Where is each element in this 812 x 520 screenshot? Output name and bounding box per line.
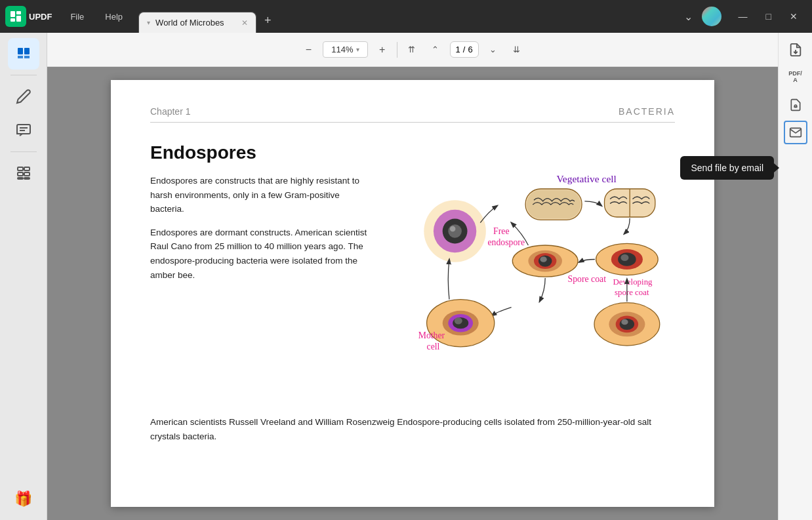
svg-rect-4 <box>18 48 23 54</box>
doc-para-1: Endospores are constructs that are highl… <box>150 174 373 216</box>
pdf-a-label: PDF/A <box>788 71 802 84</box>
nav-first-button[interactable]: ⇈ <box>403 41 421 59</box>
svg-point-50 <box>455 317 462 324</box>
convert-right-button[interactable] <box>784 38 807 62</box>
svg-rect-5 <box>24 48 30 54</box>
titlebar-right: ⌄ — □ ✕ <box>678 7 812 27</box>
nav-last-button[interactable]: ⇊ <box>508 41 526 59</box>
svg-text:Spore coat: Spore coat <box>568 274 607 284</box>
page-separator: / <box>463 45 466 54</box>
doc-text: Endospores Endospores are constructs tha… <box>150 142 373 405</box>
app-name: UPDF <box>29 12 52 22</box>
edit-icon-svg <box>16 89 31 104</box>
page-input-display: 1 / 6 <box>450 41 479 58</box>
doc-area[interactable]: Chapter 1 BACTERIA Endospores Endospores… <box>47 67 778 520</box>
svg-rect-18 <box>24 178 30 179</box>
sidebar-organize[interactable] <box>8 157 39 189</box>
protect-right-button[interactable] <box>784 93 807 117</box>
svg-point-58 <box>621 319 628 325</box>
svg-rect-16 <box>24 172 30 176</box>
logo-icon <box>5 6 26 27</box>
zoom-dropdown-icon: ▾ <box>356 46 359 53</box>
section-label: BACTERIA <box>619 106 675 117</box>
sidebar-divider-1 <box>10 75 37 75</box>
toolbar-center: − 114% ▾ + ⇈ ⌃ 1 / 6 ⌄ ⇊ <box>299 41 525 59</box>
right-sidebar: PDF/A Send file by email <box>778 33 812 520</box>
tabs-area: ▾ World of Microbes ✕ + <box>138 0 279 33</box>
svg-text:Developing: Developing <box>613 277 653 287</box>
svg-text:Mother: Mother <box>418 330 445 340</box>
doc-title: Endospores <box>150 142 373 163</box>
doc-content: Endospores Endospores are constructs tha… <box>150 142 675 405</box>
svg-rect-2 <box>10 18 15 22</box>
pdf-a-right-button[interactable]: PDF/A <box>784 66 807 89</box>
doc-page: Chapter 1 BACTERIA Endospores Endospores… <box>111 80 714 507</box>
svg-point-23 <box>450 226 456 232</box>
page-total: 6 <box>468 45 472 54</box>
doc-para-3: American scientists Russell Vreeland and… <box>150 415 675 443</box>
window-controls: — □ ✕ <box>729 7 807 26</box>
nav-prev-button[interactable]: ⌃ <box>426 41 445 59</box>
svg-rect-0 <box>10 11 15 17</box>
toolbar: − 114% ▾ + ⇈ ⌃ 1 / 6 ⌄ ⇊ <box>47 33 778 67</box>
organize-icon-svg <box>16 165 31 181</box>
comment-icon-svg <box>16 123 31 138</box>
titlebar-menu: File Help <box>60 8 133 26</box>
sidebar-bottom: 🎁 <box>8 483 39 515</box>
svg-rect-13 <box>18 167 23 170</box>
new-tab-button[interactable]: + <box>256 9 279 33</box>
zoom-display[interactable]: 114% ▾ <box>323 41 367 58</box>
tab-world-of-microbes[interactable]: ▾ World of Microbes ✕ <box>138 12 256 33</box>
sidebar-comment[interactable] <box>8 115 39 146</box>
svg-rect-15 <box>18 172 23 176</box>
close-button[interactable]: ✕ <box>781 7 807 26</box>
tabs-dropdown-button[interactable]: ⌄ <box>678 7 699 27</box>
svg-point-35 <box>620 254 628 261</box>
minimize-button[interactable]: — <box>729 7 757 26</box>
convert-icon-svg <box>788 43 803 57</box>
center-panel: − 114% ▾ + ⇈ ⌃ 1 / 6 ⌄ ⇊ <box>47 33 778 520</box>
zoom-out-button[interactable]: − <box>299 41 317 59</box>
endospore-diagram: Vegetative cell <box>393 142 675 405</box>
zoom-in-button[interactable]: + <box>373 41 392 59</box>
nav-next-button[interactable]: ⌄ <box>484 41 502 59</box>
logo-svg <box>9 10 22 23</box>
svg-text:cell: cell <box>427 342 440 351</box>
svg-rect-1 <box>16 11 21 14</box>
gift-icon-button[interactable]: 🎁 <box>8 483 39 515</box>
email-icon-svg <box>789 126 802 139</box>
zoom-level: 114% <box>331 45 353 54</box>
user-avatar[interactable] <box>702 7 721 26</box>
app-logo: UPDF <box>5 6 52 27</box>
left-sidebar: 🎁 <box>0 33 47 520</box>
main-area: 🎁 − 114% ▾ + ⇈ ⌃ 1 / 6 ⌄ <box>0 33 812 520</box>
doc-illustration: Vegetative cell <box>393 142 675 405</box>
vegetative-cell-label: Vegetative cell <box>556 173 616 184</box>
maximize-button[interactable]: □ <box>757 7 781 26</box>
svg-rect-3 <box>16 16 21 22</box>
toolbar-divider-1 <box>397 42 397 58</box>
sidebar-divider-2 <box>10 151 37 152</box>
menu-help[interactable]: Help <box>94 8 133 26</box>
sidebar-edit[interactable] <box>8 81 39 112</box>
page-current: 1 <box>456 45 460 54</box>
tab-arrow-icon: ▾ <box>147 19 150 26</box>
svg-rect-14 <box>24 167 30 170</box>
svg-rect-17 <box>18 178 23 179</box>
svg-point-43 <box>540 256 546 262</box>
tab-title: World of Microbes <box>155 18 224 28</box>
svg-text:endospore: endospore <box>487 237 525 247</box>
page-header: Chapter 1 BACTERIA <box>150 106 675 123</box>
menu-file[interactable]: File <box>60 8 94 26</box>
chapter-label: Chapter 1 <box>150 106 190 117</box>
doc-para-2: Endospores are dormant constructs. Ameri… <box>150 226 373 282</box>
svg-point-22 <box>448 224 462 238</box>
sidebar-reader-mode[interactable] <box>8 38 39 70</box>
svg-text:spore coat: spore coat <box>615 288 649 297</box>
reader-icon-svg <box>16 46 31 62</box>
share-email-right-button[interactable] <box>784 121 807 144</box>
svg-rect-10 <box>17 125 30 134</box>
tab-close-button[interactable]: ✕ <box>241 18 248 28</box>
titlebar: UPDF File Help ▾ World of Microbes ✕ + ⌄… <box>0 0 812 33</box>
svg-text:Free: Free <box>493 226 509 236</box>
